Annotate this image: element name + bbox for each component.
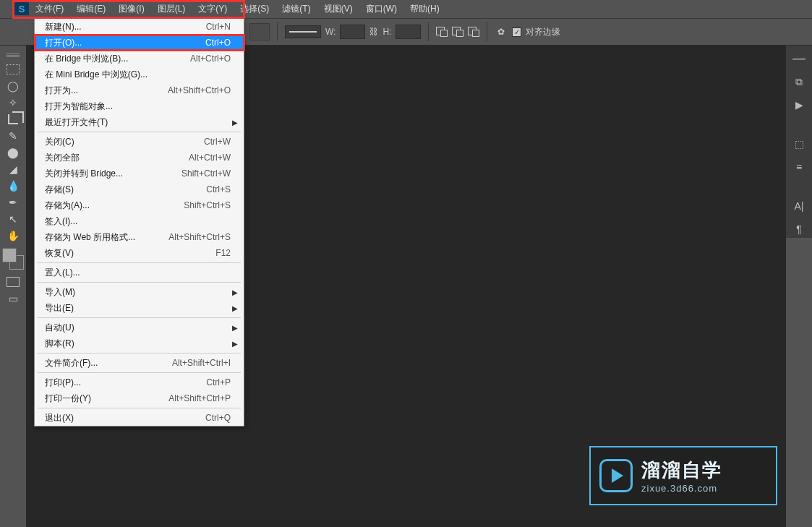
menu-divider <box>38 317 241 318</box>
separator <box>428 22 429 41</box>
menu-edit[interactable]: 编辑(E) <box>70 1 112 17</box>
menu-item[interactable]: 导出(E)▶ <box>35 300 244 316</box>
submenu-arrow-icon: ▶ <box>232 324 238 332</box>
history-panel-icon[interactable]: ⧉ <box>790 73 808 90</box>
menu-divider <box>38 132 241 132</box>
menu-item[interactable]: 关闭(C)Ctrl+W <box>35 134 244 150</box>
align-icon-2[interactable] <box>452 27 463 37</box>
menu-item-label: 关闭并转到 Bridge... <box>45 168 123 180</box>
menu-item-shortcut: Alt+Shift+Ctrl+I <box>172 358 231 368</box>
menu-item-label: 退出(X) <box>45 412 74 424</box>
menu-item-label: 在 Bridge 中浏览(B)... <box>45 53 128 65</box>
menu-item-label: 打开为智能对象... <box>45 100 113 113</box>
menu-item[interactable]: 脚本(R)▶ <box>35 335 244 351</box>
hand-tool[interactable]: ✋ <box>3 228 23 244</box>
file-menu-dropdown: 新建(N)...Ctrl+N打开(O)...Ctrl+O在 Bridge 中浏览… <box>34 18 244 427</box>
separator <box>277 22 278 41</box>
right-panel-dock: ⧉ ▶ ⬚ ≡ A| ¶ <box>786 46 812 238</box>
link-icon[interactable]: ⛓ <box>369 27 378 37</box>
menu-file[interactable]: 文件(F) <box>29 1 70 17</box>
menu-item[interactable]: 自动(U)▶ <box>35 320 244 335</box>
watermark: 溜溜自学 zixue.3d66.com <box>589 446 777 505</box>
menu-item[interactable]: 导入(M)▶ <box>35 284 244 300</box>
menu-filter[interactable]: 滤镜(T) <box>275 1 317 17</box>
lasso-tool[interactable]: ◯ <box>3 78 23 94</box>
menu-item[interactable]: 存储为(A)...Shift+Ctrl+S <box>35 197 244 213</box>
menu-item[interactable]: 打开为...Alt+Shift+Ctrl+O <box>35 82 244 98</box>
quickmask-tool[interactable] <box>3 274 23 290</box>
character-panel-icon[interactable]: A| <box>790 197 808 215</box>
eraser-tool[interactable]: ◢ <box>3 161 23 177</box>
menu-item-label: 新建(N)... <box>45 21 82 33</box>
eyedropper-tool[interactable]: ✎ <box>3 128 23 144</box>
separator <box>487 22 487 41</box>
align-icon-1[interactable] <box>436 27 448 37</box>
menu-item-label: 关闭(C) <box>45 136 74 148</box>
menu-divider <box>38 262 241 263</box>
gear-icon[interactable]: ✿ <box>495 25 508 38</box>
menu-item-shortcut: F12 <box>215 248 231 258</box>
menu-item-shortcut: Ctrl+Q <box>205 413 231 423</box>
tool-preset-icon[interactable] <box>249 23 270 40</box>
menu-item-shortcut: Alt+Ctrl+O <box>190 53 231 64</box>
submenu-arrow-icon: ▶ <box>232 340 238 348</box>
menu-item-shortcut: Alt+Ctrl+W <box>189 153 231 163</box>
menu-type[interactable]: 文字(Y) <box>192 1 234 17</box>
crop-tool[interactable] <box>3 111 23 127</box>
blur-tool[interactable]: 💧 <box>3 178 23 194</box>
align-edges-checkbox[interactable]: ✓ <box>512 27 521 37</box>
menu-item-shortcut: Ctrl+W <box>204 137 231 147</box>
wand-tool[interactable]: ✧ <box>3 95 23 111</box>
actions-panel-icon[interactable]: ▶ <box>790 96 808 113</box>
menu-item-shortcut: Shift+Ctrl+S <box>184 200 231 210</box>
path-select-tool[interactable]: ↖ <box>3 211 23 227</box>
menu-item[interactable]: 在 Mini Bridge 中浏览(G)... <box>35 67 244 82</box>
menu-item[interactable]: 最近打开文件(T)▶ <box>35 114 244 130</box>
menu-item-shortcut: Alt+Shift+Ctrl+S <box>168 232 231 242</box>
menu-item[interactable]: 在 Bridge 中浏览(B)...Alt+Ctrl+O <box>35 51 244 67</box>
width-input[interactable] <box>340 25 365 39</box>
adjustments-panel-icon[interactable]: ≡ <box>790 158 808 176</box>
menu-item-shortcut: Ctrl+N <box>206 22 231 32</box>
height-input[interactable] <box>396 25 421 39</box>
toolbar-grip[interactable] <box>3 49 23 61</box>
menu-image[interactable]: 图像(I) <box>112 1 150 17</box>
color-swatches[interactable] <box>2 248 24 270</box>
menu-item-shortcut: Alt+Shift+Ctrl+O <box>168 85 231 95</box>
width-label: W: <box>325 27 336 37</box>
menu-item[interactable]: 打开(O)...Ctrl+O <box>35 35 244 51</box>
menu-item[interactable]: 关闭并转到 Bridge...Shift+Ctrl+W <box>35 166 244 181</box>
screen-mode-tool[interactable]: ▭ <box>3 291 23 307</box>
brush-tool[interactable]: ⬤ <box>3 145 23 160</box>
menu-view[interactable]: 视图(V) <box>317 1 359 17</box>
menu-item-shortcut: Ctrl+S <box>206 184 231 194</box>
watermark-title: 溜溜自学 <box>641 458 722 483</box>
align-icon-3[interactable] <box>468 27 479 37</box>
menu-item-label: 导入(M) <box>45 286 75 299</box>
menu-item[interactable]: 存储(S)Ctrl+S <box>35 181 244 197</box>
pen-tool[interactable]: ✒ <box>3 194 23 210</box>
menu-window[interactable]: 窗口(W) <box>359 1 403 17</box>
app-logo: S <box>14 2 29 15</box>
menu-item[interactable]: 新建(N)...Ctrl+N <box>35 19 244 35</box>
marquee-tool[interactable] <box>3 61 23 77</box>
menu-item[interactable]: 退出(X)Ctrl+Q <box>35 410 244 426</box>
paragraph-panel-icon[interactable]: ¶ <box>790 220 808 238</box>
menu-layer[interactable]: 图层(L) <box>151 1 192 17</box>
menu-item[interactable]: 文件简介(F)...Alt+Shift+Ctrl+I <box>35 355 244 371</box>
menu-item[interactable]: 关闭全部Alt+Ctrl+W <box>35 150 244 166</box>
menu-item[interactable]: 签入(I)... <box>35 213 244 229</box>
menu-item[interactable]: 打印一份(Y)Alt+Shift+Ctrl+P <box>35 390 244 406</box>
stroke-preview[interactable] <box>285 25 321 38</box>
menu-item[interactable]: 存储为 Web 所用格式...Alt+Shift+Ctrl+S <box>35 229 244 245</box>
play-icon <box>599 459 633 492</box>
menu-item[interactable]: 恢复(V)F12 <box>35 245 244 261</box>
menu-item[interactable]: 置入(L)... <box>35 265 244 280</box>
panel-grip-icon[interactable] <box>790 50 808 67</box>
properties-panel-icon[interactable]: ⬚ <box>790 135 808 153</box>
menu-help[interactable]: 帮助(H) <box>403 1 446 17</box>
menu-item[interactable]: 打开为智能对象... <box>35 98 244 114</box>
menu-item[interactable]: 打印(P)...Ctrl+P <box>35 374 244 390</box>
menu-select[interactable]: 选择(S) <box>234 1 275 17</box>
menu-item-label: 存储为 Web 所用格式... <box>45 231 135 244</box>
